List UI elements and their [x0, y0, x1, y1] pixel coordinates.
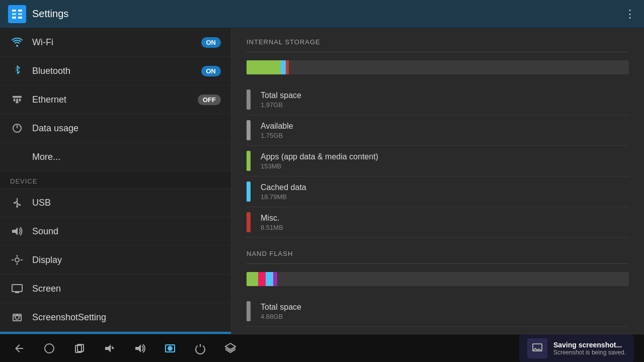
divider — [247, 52, 629, 52]
content-area: INTERNAL STORAGE Total space 1.97GB — [231, 28, 644, 334]
data-usage-icon — [10, 121, 24, 135]
svg-rect-18 — [19, 204, 21, 206]
storage-item-misc: Misc. 8.51MB — [247, 207, 629, 238]
nand-storage-bar — [247, 272, 629, 286]
svg-rect-0 — [12, 10, 16, 12]
screen-icon — [10, 282, 24, 296]
nand-bar-1 — [247, 272, 258, 286]
svg-rect-1 — [18, 10, 22, 12]
nand-bar-4 — [273, 272, 277, 286]
sidebar-item-bluetooth[interactable]: Bluetooth ON — [0, 57, 231, 85]
ethernet-toggle[interactable]: OFF — [198, 95, 221, 105]
bluetooth-toggle[interactable]: ON — [201, 66, 221, 76]
back-button[interactable] — [10, 339, 28, 357]
storage-item-apps: Apps (app data & media content) 153MB — [247, 146, 629, 176]
nand-flash-title: NAND FLASH — [247, 250, 629, 257]
available-value: 1.75GB — [261, 132, 293, 139]
ethernet-icon — [10, 93, 24, 107]
screen-label: Screen — [32, 284, 221, 294]
internal-storage-section: INTERNAL STORAGE Total space 1.97GB — [247, 38, 629, 238]
nand-bar-3 — [266, 272, 273, 286]
page-title: Settings — [32, 8, 624, 20]
internal-bar-free — [289, 60, 629, 74]
display-label: Display — [32, 255, 221, 265]
title-bar: Settings ⋮ — [0, 0, 644, 28]
apps-color-indicator — [247, 151, 251, 171]
layers-button[interactable] — [221, 339, 239, 357]
svg-rect-9 — [19, 99, 21, 101]
nand-total-name: Total space — [261, 303, 301, 312]
sidebar-item-storage[interactable]: Storage — [0, 332, 231, 334]
internal-bar-cached — [281, 60, 285, 74]
more-label: More... — [32, 152, 221, 162]
overflow-menu-icon[interactable]: ⋮ — [624, 8, 636, 21]
svg-rect-6 — [13, 96, 22, 98]
internal-bar-apps — [247, 60, 281, 74]
sidebar-item-ethernet[interactable]: Ethernet OFF — [0, 85, 231, 114]
sidebar-item-screen[interactable]: Screen — [0, 275, 231, 303]
usb-label: USB — [32, 198, 221, 208]
more-icon — [10, 150, 24, 164]
sidebar-item-wifi[interactable]: Wi-Fi ON — [0, 28, 231, 57]
svg-rect-17 — [14, 202, 16, 204]
sidebar-item-more[interactable]: More... — [0, 143, 231, 171]
apps-storage-name: Apps (app data & media content) — [261, 152, 378, 161]
misc-storage-value: 8.51MB — [261, 224, 283, 231]
bluetooth-icon — [10, 64, 24, 78]
screenshot-toast-subtitle: Screenshot is being saved. — [553, 349, 626, 356]
volume-down-button[interactable] — [101, 339, 119, 357]
nand-total-value: 4.68GB — [261, 313, 301, 320]
misc-storage-name: Misc. — [261, 214, 283, 223]
sidebar: Wi-Fi ON Bluetooth ON — [0, 28, 231, 334]
app-icon — [8, 5, 26, 23]
ethernet-label: Ethernet — [32, 95, 198, 105]
screenshot-toast: Saving screenshot... Screenshot is being… — [519, 334, 634, 363]
home-button[interactable] — [40, 339, 58, 357]
internal-storage-bar — [247, 60, 629, 74]
svg-rect-7 — [14, 99, 16, 101]
screenshot-setting-label: ScreenshotSetting — [32, 312, 221, 323]
svg-marker-19 — [12, 227, 18, 235]
wifi-icon — [10, 35, 24, 49]
screenshot-button[interactable] — [161, 339, 179, 357]
misc-storage-info: Misc. 8.51MB — [261, 214, 283, 231]
nand-total-color-indicator — [247, 301, 251, 321]
svg-point-46 — [169, 347, 171, 349]
internal-bar-misc — [286, 60, 289, 74]
usb-icon — [10, 196, 24, 210]
nand-flash-section: NAND FLASH Total space 4.68GB — [247, 250, 629, 327]
available-color-indicator — [247, 120, 251, 140]
volume-up-button[interactable] — [131, 339, 149, 357]
screenshot-toast-title: Saving screenshot... — [553, 341, 626, 349]
cached-storage-info: Cached data 18.79MB — [261, 183, 306, 201]
sidebar-item-usb[interactable]: USB — [0, 189, 231, 217]
total-space-info: Total space 1.97GB — [261, 91, 301, 109]
sidebar-item-display[interactable]: Display — [0, 246, 231, 275]
nand-divider — [247, 263, 629, 264]
available-name: Available — [261, 122, 293, 131]
svg-rect-4 — [12, 17, 16, 19]
screenshot-toast-text: Saving screenshot... Screenshot is being… — [553, 341, 626, 356]
cached-color-indicator — [247, 182, 251, 202]
power-button[interactable] — [191, 339, 209, 357]
total-space-color-indicator — [247, 89, 251, 110]
svg-rect-25 — [12, 285, 22, 292]
recents-button[interactable] — [70, 339, 89, 357]
bluetooth-label: Bluetooth — [32, 66, 201, 76]
nand-bar-free — [277, 272, 629, 286]
wifi-toggle[interactable]: ON — [201, 37, 221, 48]
bottom-bar: Saving screenshot... Screenshot is being… — [0, 334, 644, 362]
sidebar-item-screenshot-setting[interactable]: ScreenshotSetting — [0, 303, 231, 332]
device-section-header: DEVICE — [0, 171, 231, 189]
total-space-name: Total space — [261, 91, 301, 100]
bottom-nav — [10, 339, 239, 357]
svg-rect-8 — [16, 99, 18, 101]
svg-point-14 — [16, 206, 18, 208]
svg-rect-5 — [18, 17, 22, 19]
sidebar-item-data-usage[interactable]: Data usage — [0, 114, 231, 143]
apps-storage-info: Apps (app data & media content) 153MB — [261, 152, 378, 170]
sidebar-item-sound[interactable]: Sound — [0, 217, 231, 246]
cached-storage-name: Cached data — [261, 183, 306, 192]
sound-label: Sound — [32, 226, 221, 237]
svg-marker-40 — [105, 344, 111, 352]
